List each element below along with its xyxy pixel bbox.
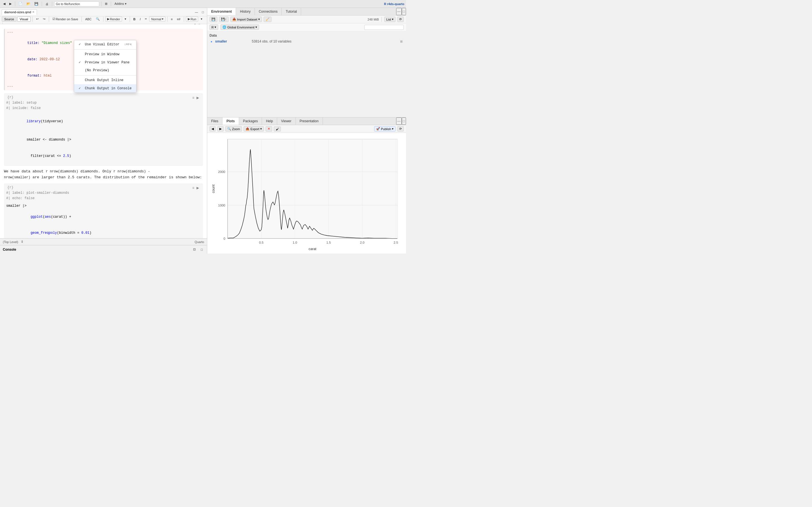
go-to-file-btn[interactable]: Go to file/function [54,1,99,6]
code-btn[interactable]: ⌨ [143,17,149,21]
tab-presentation[interactable]: Presentation [296,117,323,125]
env-data-icon: ● [211,40,212,43]
chunk1-smaller: smaller <- diamonds |> [6,132,201,148]
run-dropdown-btn[interactable]: ▾ [199,17,204,21]
preview-window-item[interactable]: Preview in Window [74,50,136,58]
tab-files[interactable]: Files [207,117,222,125]
chart-container: 0 1000 2000 0.5 1.0 1.5 2.0 2.5 carat co… [210,136,403,251]
env-row-smaller[interactable]: ● smaller 53814 obs. of 10 variables ⊞ [209,39,404,44]
maximize-env-panel-btn[interactable]: □ [402,8,406,15]
check-icon-viewer: ✓ [79,60,83,64]
clear-console-btn[interactable]: 🧹 [264,17,271,22]
next-plot-btn[interactable]: ▶ [217,126,223,131]
svg-text:count: count [211,184,215,193]
import-dataset-btn[interactable]: 📥 Import Dataset ▾ [231,17,262,22]
chunk1-library: library(tidyverse) [6,114,201,130]
render-dropdown-btn[interactable]: ▾ [123,17,128,21]
visual-tab[interactable]: Visual [17,17,31,22]
list-view-btn[interactable]: List ▾ [384,17,396,22]
open-file-btn[interactable]: 📂 [25,1,32,6]
right-bottom-tabs: Files Plots Packages Help Viewer Present… [207,117,406,125]
global-env-selector[interactable]: 🌐 Global Environment ▾ [220,24,259,30]
tab-connections[interactable]: Connections [255,8,282,15]
format-selector[interactable]: Normal ▾ [149,16,165,22]
publish-btn[interactable]: 🚀 Publish ▾ [374,126,396,131]
save-btn[interactable]: 💾 [33,1,40,6]
tab-environment[interactable]: Environment [207,8,236,15]
prev-plot-btn[interactable]: ◀ [209,126,216,131]
preview-viewer-item[interactable]: ✓ Preview in Viewer Pane [74,58,136,66]
source-tab[interactable]: Source [2,17,17,22]
chunk1-options-btn[interactable]: ≡ [192,96,195,100]
render-on-save-btn[interactable]: ☑ Render on Save [51,17,80,21]
env-var-value: 53814 obs. of 10 variables [252,40,292,43]
view-data-btn[interactable]: ⊞ [400,40,403,43]
find-btn[interactable]: 🔍 [94,17,101,21]
tab-help[interactable]: Help [262,117,277,125]
list-btn[interactable]: ≡ [169,17,174,21]
tab-viewer[interactable]: Viewer [277,117,296,125]
delete-plot-btn[interactable]: ✕ [266,126,272,131]
refresh-plot-btn[interactable]: ⟳ [397,126,404,131]
maximize-plot-panel-btn[interactable]: □ [402,117,406,125]
memory-usage: 248 MiB [368,18,379,21]
maximize-editor-btn[interactable]: □ [200,10,205,14]
chunk2-options-btn[interactable]: ≡ [192,186,195,190]
chunk1-actions: ≡ ▶ [192,96,200,100]
numbered-list-btn[interactable]: ≡# [175,17,182,21]
spell-check-btn[interactable]: ABC [84,17,93,21]
save-workspace-btn[interactable]: 💾↑ [219,17,229,22]
italic-btn[interactable]: I [138,17,142,21]
load-workspace-btn[interactable]: 💾 [209,17,217,22]
minimize-env-panel-btn[interactable]: — [396,8,402,15]
zoom-btn[interactable]: 🔍 Zoom [225,126,242,131]
chunk2-run-btn[interactable]: ▶ [196,186,200,190]
addins-btn[interactable]: Addins ▾ [113,1,128,6]
print-btn[interactable]: 🖨 [44,2,50,6]
frequency-polygon-chart: 0 1000 2000 0.5 1.0 1.5 2.0 2.5 carat co… [210,136,403,251]
no-preview-item[interactable]: (No Preview) [74,66,136,74]
refresh-env-btn[interactable]: ⟳ [397,17,404,22]
file-tab[interactable]: diamond-sizes.qmd ✕ [2,9,37,15]
forward-btn[interactable]: ▶ [8,1,13,6]
export-btn[interactable]: 📤 Export ▾ [244,126,264,131]
bold-btn[interactable]: B [132,17,137,21]
tab-packages[interactable]: Packages [239,117,262,125]
run-btn[interactable]: ▶ Run [186,16,198,22]
console-popout-btn[interactable]: ⊡ [192,247,197,252]
code-tools-btn[interactable]: ⊞ [103,1,109,6]
console-bar: Console ⊡ □ [0,245,207,253]
prose-paragraph: We have data about r nrow(diamonds) diam… [4,169,203,180]
plot-toolbar: ◀ ▶ 🔍 Zoom 📤 Export ▾ ✕ 🖌 🚀 Publish ▾ ⟳ [207,125,406,133]
check-icon-console: ✓ [79,86,83,91]
use-visual-editor-item[interactable]: ✓ Use Visual Editor ⇧⌘F4 [74,40,136,48]
clear-plots-btn[interactable]: 🖌 [274,126,281,131]
editor-tab-bar: diamond-sizes.qmd ✕ — □ [0,8,207,16]
chunk2-header: {r} ≡ ▶ [6,185,201,190]
checkbox-icon: ☑ [52,17,55,21]
chunk-inline-label: Chunk Output Inline [85,78,123,82]
console-maximize-btn[interactable]: □ [199,247,204,252]
render-btn[interactable]: ▶ Render [105,16,122,22]
inline-code-1: r nrow(diamonds) [46,170,78,173]
back-btn[interactable]: ◀ [2,1,7,6]
console-label: Console [3,247,16,251]
env-search-input[interactable] [364,25,404,30]
tab-tutorial[interactable]: Tutorial [282,8,301,15]
svg-text:carat: carat [308,247,316,251]
tab-plots[interactable]: Plots [222,117,239,125]
tab-history[interactable]: History [236,8,255,15]
redo-btn[interactable]: ↪ [41,17,47,21]
collapse-editor-btn[interactable]: — [193,10,199,14]
undo-btn[interactable]: ↩ [35,17,40,21]
close-tab-icon[interactable]: ✕ [32,10,35,13]
chunk1-run-btn[interactable]: ▶ [196,96,200,100]
menu-sep-2 [74,75,136,75]
chunk-inline-item[interactable]: Chunk Output Inline [74,76,136,84]
r-selector[interactable]: R ▾ [209,24,218,30]
minimize-plot-panel-btn[interactable]: — [396,117,402,125]
go-to-file-label: Go to file/function [56,2,80,6]
chunk-console-item[interactable]: ✓ Chunk Output in Console [74,84,136,93]
new-file-btn[interactable]: 📄 [17,1,24,6]
code-chunk-2: {r} ≡ ▶ #| label: plot-smaller-diamonds … [4,183,203,238]
